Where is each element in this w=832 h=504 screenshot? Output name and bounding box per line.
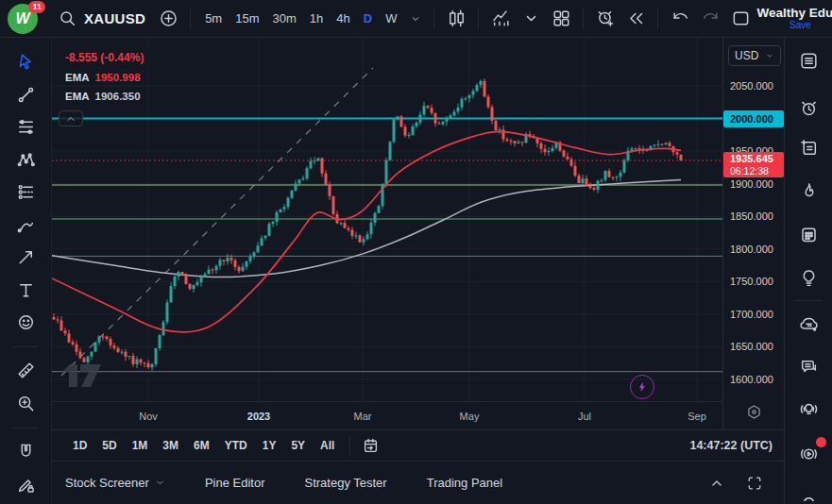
indicators-button[interactable] (486, 5, 515, 33)
range-6m[interactable]: 6M (186, 435, 217, 456)
time-tick: Sep (688, 402, 706, 430)
sidebar-partial-button[interactable] (792, 478, 824, 504)
tool-zoom-in[interactable] (8, 391, 42, 416)
indicator-row-1[interactable]: EMA1906.350 (59, 89, 147, 104)
indicator-value: 1950.998 (95, 72, 141, 83)
timeframe-4h[interactable]: 4h (330, 7, 356, 30)
candles-button[interactable] (442, 5, 470, 33)
undo-icon (671, 8, 690, 28)
session-clock[interactable]: 14:47:22 (UTC) (689, 439, 774, 452)
alert-plus-button[interactable] (591, 5, 620, 33)
cursor-icon (16, 52, 36, 72)
timeframe-D[interactable]: D (357, 7, 379, 30)
range-3m[interactable]: 3M (155, 435, 186, 456)
currency-selector[interactable]: USD (728, 45, 781, 66)
tab-stock-screener[interactable]: Stock Screener (65, 476, 165, 490)
panel-controls (705, 471, 771, 496)
chevron-down-icon (521, 8, 541, 28)
account-menu[interactable]: Wealthy Educ. Save (756, 7, 832, 31)
sidebar-streams-button[interactable] (792, 395, 824, 422)
range-buttons: 1D5D1M3M6MYTD1Y5YAll (65, 435, 342, 456)
sidebar-watchlist-button[interactable] (792, 47, 824, 74)
goto-date-button[interactable] (358, 433, 382, 458)
sidebar-private-chats-button[interactable] (792, 353, 824, 379)
price-chart[interactable] (52, 38, 722, 401)
tool-xabcd-pattern[interactable] (8, 146, 42, 172)
tool-cursor[interactable] (8, 49, 42, 75)
time-tick: Jul (578, 402, 591, 430)
alert-level-label[interactable]: 2000.000 (723, 110, 784, 127)
sidebar-live-button[interactable] (792, 440, 824, 466)
maximize-panel-button[interactable] (742, 471, 767, 496)
timeframe-15m[interactable]: 15m (229, 7, 265, 30)
save-link[interactable]: Save (790, 20, 811, 30)
tool-text[interactable] (8, 277, 42, 302)
timeframe-menu-button[interactable] (405, 5, 426, 33)
range-ytd[interactable]: YTD (217, 435, 255, 456)
axis-settings-button[interactable] (745, 403, 763, 423)
sidebar-hotlists-button[interactable] (792, 177, 824, 204)
chart-pane[interactable]: -8.555 (-0.44%) EMA1950.998EMA1906.350 (52, 38, 722, 401)
toolbar-divider (13, 428, 38, 428)
tool-arrow[interactable] (8, 244, 42, 270)
calendar-arrow-icon (362, 437, 380, 455)
range-5y[interactable]: 5Y (283, 435, 313, 456)
trading-app: W 11 XAUUSD 5m15m30m1h4hDW Wealthy Educ.… (0, 0, 832, 504)
range-5d[interactable]: 5D (94, 435, 124, 456)
timeframe-5m[interactable]: 5m (198, 7, 229, 30)
range-1m[interactable]: 1M (125, 435, 156, 456)
redo-button[interactable] (696, 5, 724, 33)
symbol-search-button[interactable]: XAUUSD (51, 5, 152, 32)
header-divider (433, 8, 434, 29)
tool-emoji[interactable] (8, 310, 42, 335)
app-logo[interactable]: W 11 (8, 3, 42, 35)
chevron-down-button[interactable] (517, 5, 545, 33)
tool-brush[interactable] (8, 211, 42, 237)
header-divider (583, 8, 584, 29)
chart-column: -8.555 (-0.44%) EMA1950.998EMA1906.350 (52, 38, 784, 504)
timeframe-W[interactable]: W (379, 7, 403, 30)
trend-line-icon (16, 85, 36, 105)
range-1d[interactable]: 1D (65, 435, 94, 456)
undo-button[interactable] (666, 5, 694, 33)
range-all[interactable]: All (313, 435, 342, 456)
indicator-row-0[interactable]: EMA1950.998 (59, 70, 147, 85)
legend-collapse-button[interactable] (59, 110, 83, 126)
sidebar-notes-button[interactable] (792, 134, 824, 160)
tool-trend-line[interactable] (8, 81, 42, 107)
indicators-icon (491, 8, 511, 28)
time-axis[interactable]: Nov2023MarMayJulSep (52, 401, 722, 429)
price-tick: 1850.000 (730, 209, 773, 224)
quick-trade-button[interactable] (630, 375, 654, 399)
ruler-icon (16, 361, 36, 380)
tab-trading-panel[interactable]: Trading Panel (427, 476, 502, 490)
bottom-tabs: Stock ScreenerPine EditorStrategy Tester… (65, 476, 542, 490)
symbol-change-row: -8.555 (-0.44%) (59, 49, 150, 66)
timeframe-1h[interactable]: 1h (303, 7, 330, 30)
layout-button[interactable] (726, 5, 755, 33)
tab-strategy-tester[interactable]: Strategy Tester (304, 476, 386, 490)
time-tick: Mar (354, 402, 372, 430)
range-1y[interactable]: 1Y (255, 435, 284, 456)
sidebar-alerts-button[interactable] (792, 94, 824, 121)
sidebar-chats-button[interactable] (792, 311, 824, 337)
tool-edit-lock[interactable] (8, 472, 42, 497)
replay-button[interactable] (621, 5, 650, 33)
main-area: -8.555 (-0.44%) EMA1950.998EMA1906.350 (0, 38, 832, 504)
fib-retracement-icon (16, 117, 36, 137)
tool-fib-retracement[interactable] (8, 114, 42, 140)
compare-add-button[interactable] (154, 5, 182, 33)
timeframe-30m[interactable]: 30m (266, 7, 303, 30)
tool-ruler[interactable] (8, 358, 42, 383)
price-axis[interactable]: USD 2050.0002000.0001950.0001900.0001850… (722, 38, 784, 429)
expand-panel-button[interactable] (705, 471, 729, 496)
sidebar-ideas-button[interactable] (792, 264, 824, 291)
layout-grid-button[interactable] (547, 5, 575, 33)
tool-magnet[interactable] (8, 439, 42, 464)
tool-long-position[interactable] (8, 179, 42, 205)
tab-pine-editor[interactable]: Pine Editor (205, 476, 265, 490)
timeframe-group: 5m15m30m1h4hDW (198, 7, 403, 30)
emoji-icon (16, 312, 36, 332)
sidebar-calendar-button[interactable] (792, 221, 824, 247)
calendar-icon (799, 225, 819, 244)
